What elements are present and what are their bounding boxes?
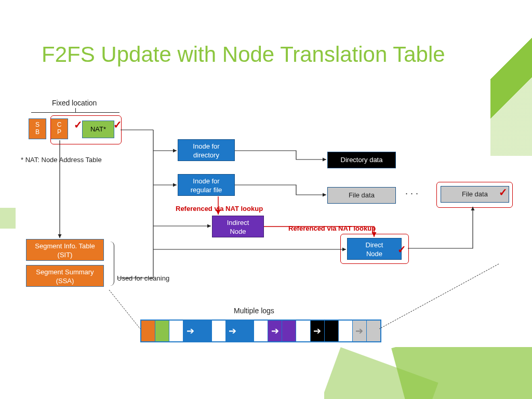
indirect-node-box: Indirect Node — [212, 216, 264, 237]
directory-data-box: Directory data — [327, 152, 396, 168]
log-segment — [240, 321, 254, 341]
sb-box: S B — [29, 118, 46, 139]
nat-footnote: * NAT: Node Address Table — [21, 156, 102, 164]
log-segment: ➔ — [353, 321, 367, 341]
check-icon: ✓ — [74, 118, 83, 131]
sit-box: Segment Info. Table (SIT) — [26, 239, 104, 261]
svg-line-10 — [379, 264, 499, 329]
arrow-icon: ➔ — [271, 325, 279, 337]
log-segment — [254, 321, 268, 341]
decoration-left — [0, 208, 16, 229]
log-segment: ➔ — [226, 321, 240, 341]
log-segment — [212, 321, 226, 341]
log-segment — [155, 321, 169, 341]
arrow-icon: ➔ — [355, 325, 363, 337]
arrow-icon: ➔ — [229, 325, 236, 337]
log-segment: ➔ — [268, 321, 282, 341]
log-segment — [367, 321, 380, 341]
log-segment — [325, 321, 339, 341]
check-icon: ✓ — [397, 243, 406, 256]
check-icon: ✓ — [499, 186, 508, 198]
fixed-location-label: Fixed location — [52, 99, 97, 107]
log-strip: ➔ ➔ ➔ ➔ ➔ — [140, 320, 381, 342]
ssa-box: Segment Summary (SSA) — [26, 265, 104, 287]
ref-nat-label-2: Referenced via NAT lookup — [288, 224, 376, 232]
nat-box: NAT* — [82, 121, 114, 138]
decoration-bottom — [324, 347, 532, 399]
log-segment — [282, 321, 296, 341]
check-icon: ✓ — [113, 118, 122, 131]
multiple-logs-label: Multiple logs — [234, 307, 274, 315]
cleaning-label: Used for cleaning — [117, 274, 169, 282]
log-segment: ➔ — [183, 321, 197, 341]
log-segment — [141, 321, 155, 341]
arrow-icon: ➔ — [313, 325, 321, 337]
brace-right — [107, 242, 114, 286]
slide: F2FS Update with Node Translation Table … — [0, 0, 532, 399]
ellipsis-label: · · · — [405, 188, 418, 199]
decoration-right — [490, 0, 532, 156]
log-segment — [169, 321, 183, 341]
svg-line-9 — [109, 290, 140, 329]
direct-node-box: Direct Node — [347, 238, 402, 260]
log-segment — [198, 321, 212, 341]
log-segment — [339, 321, 353, 341]
ref-nat-label-1: Referenced via NAT lookup — [176, 205, 263, 212]
arrow-icon: ➔ — [187, 325, 194, 337]
inode-directory-box: Inode for directory — [178, 139, 235, 161]
inode-regular-file-box: Inode for regular file — [178, 174, 235, 196]
file-data-box-1: File data — [327, 187, 396, 204]
slide-title: F2FS Update with Node Translation Table — [42, 42, 445, 68]
log-segment: ➔ — [311, 321, 325, 341]
log-segment — [296, 321, 310, 341]
